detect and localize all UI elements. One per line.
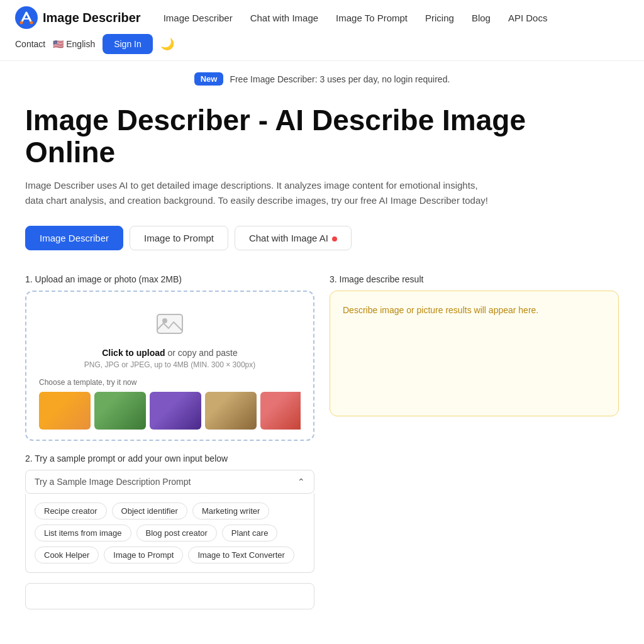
tag-marketing-writer[interactable]: Marketing writer xyxy=(192,502,269,519)
custom-input[interactable] xyxy=(25,583,314,609)
tag-recipe-creator[interactable]: Recipe creator xyxy=(35,502,107,519)
result-box: Describe image or picture results will a… xyxy=(330,291,619,416)
flag-icon: 🇺🇸 xyxy=(53,39,64,49)
sample-prompt-step-label: 2. Try a sample prompt or add your own i… xyxy=(25,453,314,464)
tag-blog-post-creator[interactable]: Blog post creator xyxy=(136,525,217,541)
template-label: Choose a template, try it now xyxy=(39,378,301,387)
brand[interactable]: Image Describer xyxy=(15,6,141,29)
template-thumb-4[interactable] xyxy=(205,392,257,430)
hero-title: Image Describer - AI Describe Image Onli… xyxy=(25,104,619,168)
sign-in-button[interactable]: Sign In xyxy=(103,34,153,54)
upload-step-label: 1. Upload an image or photo (max 2MB) xyxy=(25,274,314,284)
bottom-input-bar xyxy=(25,583,314,609)
tab-image-describer[interactable]: Image Describer xyxy=(25,226,123,250)
main-content: 1. Upload an image or photo (max 2MB) Cl… xyxy=(0,274,644,609)
tag-object-identifier[interactable]: Object identifier xyxy=(112,502,187,519)
upload-hint: PNG, JPG or JPEG, up to 4MB (MIN. 300 × … xyxy=(39,360,301,369)
upload-area[interactable]: Click to upload or copy and paste PNG, J… xyxy=(25,291,314,441)
template-thumb-5[interactable] xyxy=(260,392,301,430)
prompt-tags-panel: Recipe creator Object identifier Marketi… xyxy=(25,494,314,573)
nav-api-docs[interactable]: API Docs xyxy=(501,9,555,27)
tab-chat-with-image[interactable]: Chat with Image AI xyxy=(235,226,352,250)
tag-cook-helper[interactable]: Cook Helper xyxy=(35,547,99,564)
tag-image-to-text[interactable]: Image to Text Converter xyxy=(188,547,294,564)
svg-point-4 xyxy=(162,318,167,323)
right-panel: 3. Image describe result Describe image … xyxy=(330,274,619,609)
nav-image-describer[interactable]: Image Describer xyxy=(156,9,240,27)
nav-links: Image Describer Chat with Image Image To… xyxy=(156,9,629,27)
hero-description: Image Describer uses AI to get detailed … xyxy=(25,178,497,208)
sample-prompt-section: 2. Try a sample prompt or add your own i… xyxy=(25,453,314,573)
hero-section: Image Describer - AI Describe Image Onli… xyxy=(0,92,644,274)
dark-mode-toggle[interactable]: 🌙 xyxy=(160,37,174,51)
upload-image-icon xyxy=(39,311,301,341)
nav-right: Contact 🇺🇸 English Sign In 🌙 xyxy=(15,34,174,54)
sample-prompt-bar[interactable]: Try a Sample Image Description Prompt ⌃ xyxy=(25,470,314,494)
nav-blog[interactable]: Blog xyxy=(464,9,498,27)
language-selector[interactable]: 🇺🇸 English xyxy=(53,39,95,49)
nav-pricing[interactable]: Pricing xyxy=(418,9,462,27)
contact-link[interactable]: Contact xyxy=(15,39,45,49)
language-label: English xyxy=(66,39,95,49)
template-thumb-3[interactable] xyxy=(150,392,201,430)
live-dot xyxy=(332,236,337,242)
brand-name: Image Describer xyxy=(43,11,141,25)
svg-point-2 xyxy=(30,21,33,25)
tab-buttons: Image Describer Image to Prompt Chat wit… xyxy=(25,226,619,250)
tag-list-items[interactable]: List items from image xyxy=(35,525,131,541)
template-row xyxy=(39,392,301,430)
svg-rect-3 xyxy=(157,314,182,333)
banner-text: Free Image Describer: 3 uses per day, no… xyxy=(230,74,450,84)
chevron-up-icon: ⌃ xyxy=(297,477,305,487)
nav-chat[interactable]: Chat with Image xyxy=(243,9,326,27)
result-step-label: 3. Image describe result xyxy=(330,274,619,284)
tab-image-to-prompt[interactable]: Image to Prompt xyxy=(130,226,228,250)
template-thumb-2[interactable] xyxy=(94,392,146,430)
brand-icon xyxy=(15,6,38,29)
svg-point-0 xyxy=(15,6,38,29)
upload-cta-text: Click to upload or copy and paste xyxy=(39,348,301,358)
result-placeholder-text: Describe image or picture results will a… xyxy=(343,304,606,317)
tag-plant-care[interactable]: Plant care xyxy=(222,525,278,541)
announcement-banner: New Free Image Describer: 3 uses per day… xyxy=(0,61,644,92)
sample-prompt-placeholder: Try a Sample Image Description Prompt xyxy=(35,477,191,487)
nav-image-to-prompt[interactable]: Image To Prompt xyxy=(328,9,415,27)
tag-image-to-prompt[interactable]: Image to Prompt xyxy=(104,547,183,564)
navbar: Image Describer Image Describer Chat wit… xyxy=(0,0,644,61)
svg-point-1 xyxy=(20,21,23,25)
left-panel: 1. Upload an image or photo (max 2MB) Cl… xyxy=(25,274,314,609)
new-badge: New xyxy=(194,72,224,86)
template-thumb-1[interactable] xyxy=(39,392,91,430)
